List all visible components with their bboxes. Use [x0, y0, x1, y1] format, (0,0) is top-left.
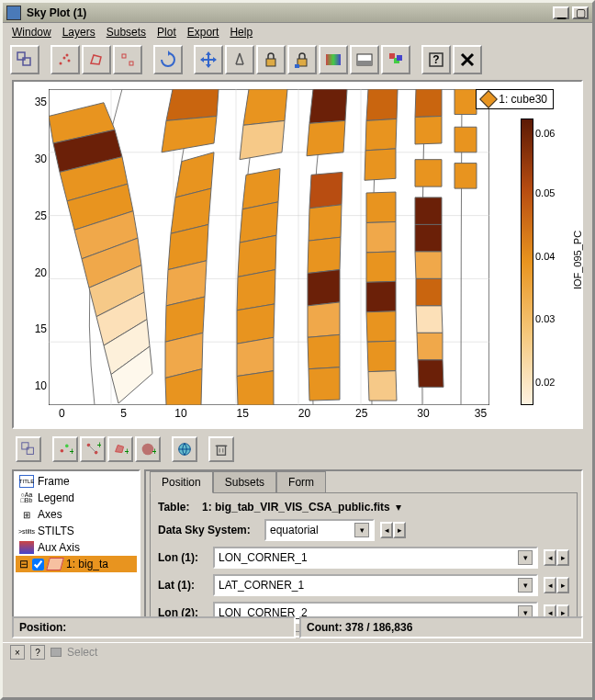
- polygon-icon[interactable]: [82, 45, 111, 74]
- lat1-spinner[interactable]: ◂▸: [544, 577, 569, 593]
- titlebar: Sky Plot (1) ▁ ▢: [3, 3, 592, 23]
- config-panel: Position Subsets Form Table: 1: big_tab_…: [144, 469, 583, 638]
- plot-canvas[interactable]: [49, 89, 489, 405]
- menu-subsets[interactable]: Subsets: [107, 26, 146, 39]
- frame-icon[interactable]: [10, 45, 39, 74]
- x-tick: 25: [355, 407, 367, 420]
- tabs: Position Subsets Form: [146, 471, 581, 493]
- image-icon[interactable]: [350, 45, 379, 74]
- tree-item-layer[interactable]: ⊟ 1: big_ta: [16, 556, 137, 572]
- lock-x-icon[interactable]: [256, 45, 286, 74]
- cb-tick: 0.04: [535, 251, 555, 262]
- x-tick: 15: [237, 407, 249, 420]
- svg-rect-30: [22, 443, 28, 449]
- main-toolbar: ?: [3, 41, 592, 78]
- svg-point-2: [60, 62, 62, 65]
- aux-icon: [19, 541, 34, 554]
- expand-icon[interactable]: ⊟: [19, 558, 28, 570]
- chevron-down-icon[interactable]: ▾: [518, 578, 533, 593]
- x-tick: 0: [59, 407, 65, 420]
- move-icon[interactable]: [194, 45, 223, 74]
- svg-rect-11: [326, 54, 341, 65]
- svg-text:+: +: [70, 446, 74, 457]
- svg-point-5: [66, 54, 69, 57]
- maximize-button[interactable]: ▢: [572, 6, 589, 19]
- layers-icon[interactable]: [381, 45, 410, 74]
- legend-icon: ○Aa□Bb: [19, 491, 34, 504]
- help-icon[interactable]: ?: [421, 45, 451, 74]
- y-tick: 20: [35, 266, 47, 279]
- add-pair-icon[interactable]: +: [80, 436, 106, 462]
- layer-visible-checkbox[interactable]: [32, 559, 44, 570]
- y-axis: 35 30 25 20 15 10: [21, 89, 47, 405]
- y-tick: 10: [35, 379, 47, 392]
- tab-content: Table: 1: big_tab_VIR_VIS_CSA_public.fit…: [150, 492, 578, 632]
- lock-y-icon[interactable]: [287, 45, 317, 74]
- plot-area[interactable]: 35 30 25 20 15 10: [12, 80, 583, 429]
- legend-label: 1: cube30: [499, 93, 547, 106]
- lon1-select[interactable]: LON_CORNER_1▾: [213, 547, 538, 569]
- menubar: Window Layers Subsets Plot Export Help: [3, 23, 592, 41]
- menu-layers[interactable]: Layers: [62, 26, 95, 39]
- svg-rect-43: [218, 446, 226, 455]
- svg-text:+: +: [125, 446, 129, 457]
- close-x-icon[interactable]: ×: [10, 645, 25, 660]
- delete-icon[interactable]: [208, 436, 234, 462]
- minimize-button[interactable]: ▁: [553, 6, 569, 19]
- svg-rect-6: [122, 54, 126, 58]
- sky-label: Data Sky System:: [158, 524, 259, 536]
- dropdown-arrow-icon[interactable]: ▾: [396, 501, 401, 514]
- menu-export[interactable]: Export: [187, 26, 219, 39]
- sky-system-select[interactable]: equatorial ▾: [264, 519, 375, 541]
- close-icon[interactable]: [453, 45, 482, 74]
- help-q-icon[interactable]: ?: [30, 645, 45, 660]
- svg-rect-31: [27, 447, 33, 454]
- menu-plot[interactable]: Plot: [157, 26, 176, 39]
- status-count: Count: 378 / 186,836: [299, 616, 583, 638]
- add-density-icon[interactable]: +: [135, 436, 161, 462]
- x-tick: 20: [298, 407, 310, 420]
- add-scatter-icon[interactable]: +: [52, 436, 78, 462]
- tab-position[interactable]: Position: [150, 471, 213, 493]
- svg-text:+: +: [97, 441, 102, 450]
- globe-icon[interactable]: [172, 436, 197, 462]
- menu-window[interactable]: Window: [12, 26, 51, 39]
- stilts-icon: >stilts: [19, 525, 34, 537]
- tree-item-legend[interactable]: ○Aa□BbLegend: [16, 490, 137, 506]
- add-poly-icon[interactable]: +: [107, 436, 133, 462]
- tab-subsets[interactable]: Subsets: [213, 471, 276, 493]
- scatter-red-icon[interactable]: [51, 45, 80, 74]
- sky-spinner[interactable]: ◂▸: [380, 522, 406, 538]
- cb-tick: 0.05: [535, 187, 555, 198]
- measure-icon[interactable]: [225, 45, 254, 74]
- tree-item-frame[interactable]: TITLEFrame: [16, 473, 137, 490]
- title-icon: TITLE: [19, 475, 34, 488]
- table-value[interactable]: 1: big_tab_VIR_VIS_CSA_public.fits: [202, 501, 390, 514]
- tree-item-axes[interactable]: ⊞Axes: [16, 506, 137, 523]
- menu-help[interactable]: Help: [230, 26, 253, 39]
- app-icon: [6, 6, 21, 20]
- rainbow-icon[interactable]: [319, 45, 348, 74]
- tree-item-aux[interactable]: Aux Axis: [16, 539, 137, 556]
- svg-rect-13: [357, 61, 372, 65]
- tab-form[interactable]: Form: [276, 471, 326, 493]
- colorbar: [521, 119, 533, 405]
- svg-rect-7: [129, 62, 133, 65]
- status-position: Position:: [12, 616, 296, 638]
- x-tick: 30: [417, 407, 429, 420]
- y-tick: 25: [35, 209, 47, 222]
- legend: 1: cube30: [476, 89, 554, 109]
- svg-text:+: +: [152, 446, 157, 457]
- svg-text:?: ?: [432, 53, 439, 66]
- reload-icon[interactable]: [153, 45, 183, 74]
- chevron-down-icon[interactable]: ▾: [518, 550, 533, 565]
- frame-config-icon[interactable]: [16, 436, 41, 462]
- legend-swatch-icon: [479, 90, 498, 108]
- y-tick: 35: [35, 96, 47, 108]
- tree-item-stilts[interactable]: >stiltsSTILTS: [16, 523, 137, 539]
- lat1-label: Lat (1):: [158, 579, 208, 592]
- chevron-down-icon[interactable]: ▾: [354, 523, 369, 537]
- lat1-select[interactable]: LAT_CORNER_1▾: [213, 574, 538, 596]
- lon1-spinner[interactable]: ◂▸: [544, 549, 569, 566]
- marker-icon[interactable]: [113, 45, 142, 74]
